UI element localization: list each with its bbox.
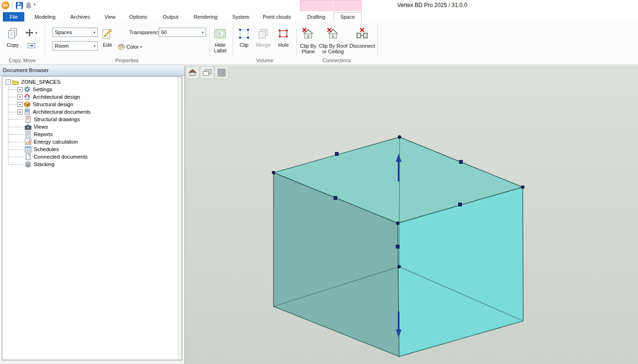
notifications-button[interactable] [24,1,33,9]
tree-item-connected-documents[interactable]: Connected documents [2,153,182,160]
group-separator [377,24,378,57]
group-separator [45,24,45,57]
disconnect-button[interactable]: Disconnect [348,24,377,49]
app-window: BD ▾ Vertex BD Pro 2025 / 31.0.0 File Mo… [0,0,638,364]
document-browser-header: Document Browser [0,66,185,76]
label-tag-icon: K [214,25,226,42]
tree-item-settings[interactable]: + Settings [2,86,182,93]
vertex-grip[interactable] [398,265,401,269]
tree-vertical-scrollbar[interactable] [178,77,182,360]
app-logo-icon[interactable]: BD [1,1,9,9]
tree-item-energy-calculation[interactable]: Energy calculation [2,138,182,146]
move-button[interactable]: ▾ [23,28,39,38]
bell-icon [25,2,32,9]
save-icon [16,2,23,9]
hide-label-button[interactable]: K Hide Label [209,25,231,53]
quick-access-dropdown-icon[interactable]: ▾ [34,2,36,7]
tab-options[interactable]: Options [123,12,154,22]
tree-item-reports[interactable]: Reports [2,131,182,138]
vertex-grip[interactable] [521,186,525,189]
dropdown-arrow-icon: ▾ [91,30,97,35]
schedules-icon [25,146,31,153]
save-button[interactable] [15,1,23,9]
clip-by-roof-or-ceiling-button[interactable]: Clip By Roof or Ceiling [319,24,347,54]
tab-point-clouds[interactable]: Point clouds [257,12,297,22]
tree-item-stacking[interactable]: Stacking [2,160,182,168]
svg-text:K: K [218,31,221,36]
expand-expander[interactable]: + [17,95,22,100]
gear-icon [24,86,30,93]
viewport-toolbar [185,66,229,79]
edge-handle[interactable] [459,203,462,206]
dropdown-arrow-icon: ▾ [200,30,206,35]
tree-item-structural-design[interactable]: + Structural design [2,101,182,108]
edit-button[interactable]: Edit [99,25,116,48]
tab-output[interactable]: Output [156,12,185,22]
collapse-expander[interactable]: - [6,80,11,85]
structural-drawings-icon [25,116,31,123]
ribbon: Copy ▾ Copy, Move Spaces ▾ Room ▾ Edit T… [0,22,638,65]
grid-icon [217,68,226,77]
tab-drafting[interactable]: Drafting [300,12,333,22]
edit-icon [102,25,113,42]
expand-expander[interactable]: + [17,109,22,115]
tab-system[interactable]: System [226,12,256,22]
roof-view-button[interactable] [185,66,200,79]
color-button[interactable]: Color ▾ [118,42,142,51]
edge-handle[interactable] [334,197,337,200]
document-tree: - ZONE_SPACES + Settings + Architectural… [2,76,182,360]
vertex-grip[interactable] [396,222,400,225]
group-label-volume: Volume [233,58,297,63]
space-volume-canvas[interactable] [185,66,638,364]
tree-item-schedules[interactable]: Schedules [2,146,182,153]
transparency-label: Transparency [129,29,161,35]
stacking-icon [25,161,31,167]
tab-rendering[interactable]: Rendering [187,12,224,22]
group-label-properties: Properties [45,58,209,63]
group-separator [233,24,233,57]
separator [12,2,13,8]
tree-item-structural-drawings[interactable]: Structural drawings [2,116,182,123]
cascade-windows-button[interactable] [200,66,214,79]
grid-layout-button[interactable] [215,66,229,79]
vertex-grip[interactable] [272,171,275,175]
expand-expander[interactable]: + [17,87,22,92]
tree-item-architectural-design[interactable]: + Architectural design [2,93,182,101]
merge-icon [258,25,269,42]
clip-by-plane-button[interactable]: Clip By Plane [297,24,319,54]
tree-item-zone-spaces[interactable]: - ZONE_SPACES [2,78,182,86]
tab-modeling[interactable]: Modeling [28,12,62,22]
copy-icon [7,25,18,42]
vertex-grip[interactable] [398,136,401,139]
roof-icon [188,68,197,77]
merge-button[interactable]: Merge [253,25,273,48]
folder-icon [12,79,19,85]
tab-space[interactable]: Space [334,12,362,22]
tab-archives[interactable]: Archives [64,12,96,22]
edge-handle[interactable] [460,160,463,164]
palette-icon [118,44,125,50]
edge-handle[interactable] [335,153,339,156]
tab-view[interactable]: View [98,12,122,22]
move-copy-option-button[interactable] [23,41,39,50]
model-viewport[interactable] [185,66,638,364]
document-browser-panel: Document Browser - ZONE_SPACES + Setting… [0,66,185,364]
clip-button[interactable]: Clip [236,25,252,48]
spaces-select[interactable]: Spaces ▾ [52,28,98,37]
energy-calculation-icon [25,138,31,145]
context-tab-group-space [334,0,362,12]
dropdown-arrow-icon: ▾ [91,44,97,48]
transparency-select[interactable]: 50 ▾ [159,28,206,37]
tree-item-views[interactable]: Views [2,123,182,131]
tree-item-architectural-documents[interactable]: + Architectural documents [2,108,182,116]
expand-expander[interactable]: + [17,102,22,107]
tree-horizontal-scrollbar[interactable] [0,360,185,364]
dropdown-arrow-icon: ▾ [35,31,37,35]
room-select[interactable]: Room ▾ [52,41,98,51]
cascade-icon [202,69,212,76]
copy-button[interactable]: Copy [3,25,22,48]
tab-file[interactable]: File [3,12,24,22]
edge-handle[interactable] [396,245,400,248]
hole-button[interactable]: Hole [274,25,293,48]
connected-documents-icon [25,153,31,160]
